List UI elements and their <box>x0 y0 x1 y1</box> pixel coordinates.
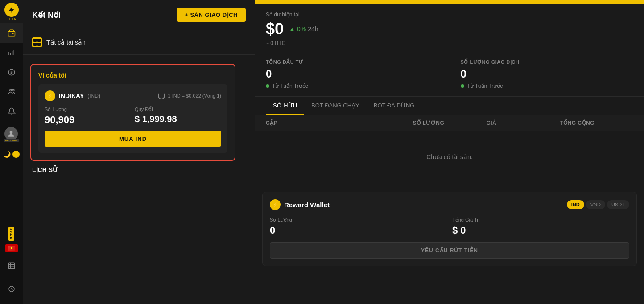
exchange-value: $ 1,999.98 <box>135 114 221 124</box>
balance-value-row: $0 ▲ 0% 24h <box>266 20 633 38</box>
reward-qty-value: 0 <box>270 225 447 236</box>
sidebar-item-wallet[interactable] <box>0 23 23 43</box>
wallet-rate: 1 IND = $0.022 (Vòng 1) <box>158 92 221 99</box>
wallet-inner: ⚡ INDIKAY (IND) 1 IND = $0.022 (Vòng 1) <box>38 84 227 153</box>
currency-tab-usdt[interactable]: USDT <box>607 200 629 209</box>
history-title: LỊCH SỬ <box>32 161 246 177</box>
sidebar-item-users[interactable] <box>0 82 23 102</box>
withdraw-button[interactable]: YÊU CẦU RÚT TIỀN <box>270 242 629 259</box>
yellow-bar <box>255 0 644 4</box>
balance-change: ▲ 0% 24h <box>289 25 318 33</box>
svg-rect-2 <box>12 33 13 34</box>
stat-trades-footer-text: Từ Tuần Trước <box>467 83 503 89</box>
buy-ind-button[interactable]: MUA IND <box>45 131 221 147</box>
main-content: Kết Nối + SÀN GIAO DỊCH Tất cả tài sản V… <box>23 0 644 304</box>
right-panel: Số dư hiện tại $0 ▲ 0% 24h ~ 0 BTC TỔNG … <box>255 0 644 304</box>
stats-row: TỔNG ĐẦU TƯ 0 Từ Tuần Trước SỐ LƯỢNG GIA… <box>255 52 644 97</box>
stat-investment-footer: Từ Tuần Trước <box>266 83 439 89</box>
sidebar-item-stats[interactable] <box>0 256 23 275</box>
reward-total-label: Tổng Giá Trị <box>452 217 629 223</box>
reward-amounts: Số Lượng 0 Tổng Giá Trị $ 0 <box>270 217 629 236</box>
tab-running[interactable]: BOT ĐANG CHẠY <box>304 97 367 115</box>
assets-label: Tất cả tài sản <box>46 39 86 46</box>
reward-quantity-block: Số Lượng 0 <box>270 217 447 236</box>
stat-trades-value: 0 <box>461 68 634 80</box>
reward-qty-label: Số Lượng <box>270 217 447 223</box>
refresh-icon[interactable] <box>158 92 165 99</box>
wallet-header: ⚡ INDIKAY (IND) 1 IND = $0.022 (Vòng 1) <box>45 90 221 101</box>
balance-label: Số dư hiện tại <box>266 12 633 18</box>
col-quantity: SỐ LƯỢNG <box>413 120 487 126</box>
stat-card-investment: TỔNG ĐẦU TƯ 0 Từ Tuần Trước <box>255 52 450 96</box>
sidebar-item-chart[interactable] <box>0 43 23 62</box>
balance-btc: ~ 0 BTC <box>266 40 633 46</box>
assets-row: Tất cả tài sản <box>23 30 255 55</box>
svg-point-10 <box>10 131 13 134</box>
currency-tab-ind[interactable]: IND <box>567 200 584 209</box>
balance-section: Số dư hiện tại $0 ▲ 0% 24h ~ 0 BTC <box>255 4 644 52</box>
svg-marker-0 <box>9 6 14 13</box>
col-price: GIÁ <box>486 120 560 126</box>
wallet-name-row: ⚡ INDIKAY (IND) <box>45 90 100 101</box>
left-header: Kết Nối + SÀN GIAO DỊCH <box>23 0 255 30</box>
svg-rect-1 <box>8 31 15 36</box>
add-exchange-button[interactable]: + SÀN GIAO DỊCH <box>177 8 246 22</box>
dot-green-icon-2 <box>461 84 464 88</box>
top-area: Kết Nối + SÀN GIAO DỊCH Tất cả tài sản V… <box>23 0 644 304</box>
wallet-ticker: (IND) <box>87 93 100 99</box>
sale-badge[interactable]: SALE <box>8 227 14 241</box>
wallet-name: INDIKAY <box>59 92 84 99</box>
logo-icon <box>4 3 19 17</box>
wallet-amounts: Số Lượng 90,909 Quy Đổi $ 1,999.98 <box>45 107 221 126</box>
wallet-rate-text: 1 IND = $0.022 (Vòng 1) <box>168 93 221 99</box>
ind-icon: ⚡ <box>45 90 55 101</box>
currency-tab-vnd[interactable]: VND <box>586 200 605 209</box>
dot-green-icon <box>266 84 269 88</box>
svg-rect-11 <box>8 263 15 269</box>
reward-total-value: $ 0 <box>452 225 629 236</box>
flag-icon: 🇻🇳 <box>5 244 18 252</box>
quantity-block: Số Lượng 90,909 <box>45 107 131 126</box>
empty-text: Chưa có tài sản. <box>426 153 473 160</box>
reward-wallet-card: ⚡ Reward Wallet IND VND USDT Số Lượng 0 <box>262 192 637 266</box>
left-panel: Kết Nối + SÀN GIAO DỊCH Tất cả tài sản V… <box>23 0 255 304</box>
up-arrow-icon: ▲ <box>289 25 295 33</box>
currency-tabs: IND VND USDT <box>567 200 629 209</box>
reward-title-row: ⚡ Reward Wallet <box>270 199 330 210</box>
exchange-label: Quy Đổi <box>135 107 221 112</box>
stat-trades-footer: Từ Tuần Trước <box>461 83 634 89</box>
beta-label: BETA <box>7 17 17 21</box>
tab-stopped[interactable]: BOT ĐÃ DỪNG <box>367 97 422 115</box>
stat-investment-title: TỔNG ĐẦU TƯ <box>266 59 439 65</box>
stat-investment-footer-text: Từ Tuần Trước <box>272 83 308 89</box>
theme-toggle[interactable]: 🌙 <box>0 144 23 164</box>
tab-bar: SỞ HỮU BOT ĐANG CHẠY BOT ĐÃ DỪNG <box>255 97 644 115</box>
left-wallet-section: Ví của tôi ⚡ INDIKAY (IND) 1 IND = $0.02… <box>23 55 255 161</box>
balance-amount: $0 <box>266 20 284 38</box>
quantity-label: Số Lượng <box>45 107 131 112</box>
table-header: CẶP SỐ LƯỢNG GIÁ TỔNG CỘNG <box>255 115 644 131</box>
sidebar-item-token[interactable] <box>0 62 23 82</box>
reward-section: ⚡ Reward Wallet IND VND USDT Số Lượng 0 <box>255 183 644 266</box>
sidebar-item-avatar[interactable]: PRO MAX <box>0 125 23 144</box>
col-total: TỔNG CỘNG <box>560 120 633 126</box>
assets-grid-icon <box>32 37 42 47</box>
reward-header: ⚡ Reward Wallet IND VND USDT <box>270 199 629 210</box>
wallet-card-title: Ví của tôi <box>38 72 227 79</box>
svg-point-9 <box>12 89 14 91</box>
history-section: LỊCH SỬ <box>23 161 255 181</box>
quantity-value: 90,909 <box>45 114 131 126</box>
sidebar-item-bell[interactable] <box>0 102 23 121</box>
sidebar: BETA PRO MAX 🌙 SALE 🇻🇳 <box>0 0 23 304</box>
exchange-block: Quy Đổi $ 1,999.98 <box>135 107 221 126</box>
reward-icon: ⚡ <box>270 199 281 210</box>
sidebar-item-withdraw[interactable] <box>0 279 23 299</box>
balance-period: 24h <box>308 25 318 33</box>
stat-trades-title: SỐ LƯỢNG GIAO DỊCH <box>461 59 634 65</box>
col-pair: CẶP <box>266 120 413 126</box>
page-title: Kết Nối <box>32 10 61 20</box>
app-logo: BETA <box>0 0 23 23</box>
reward-title: Reward Wallet <box>284 201 330 209</box>
tab-owned[interactable]: SỞ HỮU <box>266 97 304 115</box>
stat-investment-value: 0 <box>266 68 439 80</box>
